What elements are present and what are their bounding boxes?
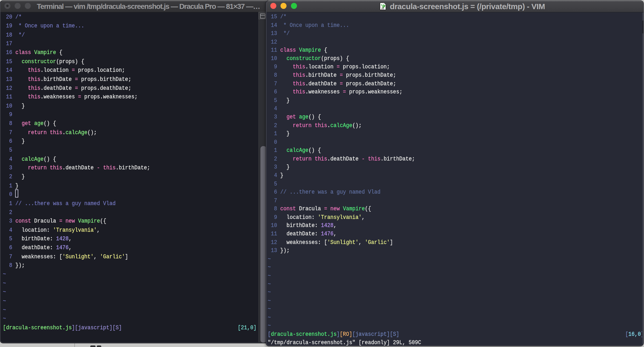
svg-text:JS: JS: [381, 7, 384, 10]
